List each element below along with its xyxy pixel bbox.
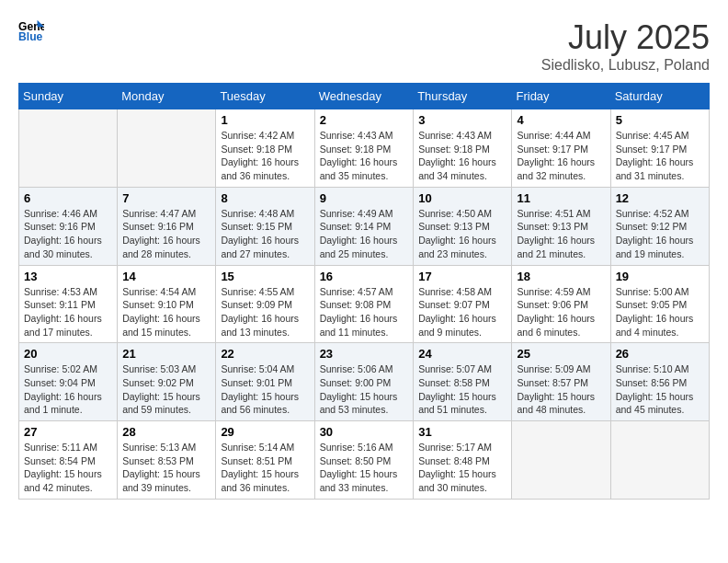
calendar-cell: 13Sunrise: 4:53 AM Sunset: 9:11 PM Dayli… <box>19 265 118 343</box>
calendar-cell: 31Sunrise: 5:17 AM Sunset: 8:48 PM Dayli… <box>414 421 512 500</box>
day-number: 12 <box>616 191 704 205</box>
calendar-cell: 7Sunrise: 4:47 AM Sunset: 9:16 PM Daylig… <box>118 187 216 265</box>
day-info: Sunrise: 5:07 AM Sunset: 8:58 PM Dayligh… <box>418 362 506 417</box>
day-info: Sunrise: 5:11 AM Sunset: 8:54 PM Dayligh… <box>24 441 112 495</box>
calendar-cell: 2Sunrise: 4:43 AM Sunset: 9:18 PM Daylig… <box>314 109 414 188</box>
day-number: 8 <box>221 191 309 205</box>
calendar-cell: 29Sunrise: 5:14 AM Sunset: 8:51 PM Dayli… <box>216 421 314 500</box>
day-number: 19 <box>616 270 704 283</box>
day-info: Sunrise: 4:47 AM Sunset: 9:16 PM Dayligh… <box>122 207 210 261</box>
day-info: Sunrise: 4:43 AM Sunset: 9:18 PM Dayligh… <box>418 129 506 183</box>
day-info: Sunrise: 4:52 AM Sunset: 9:12 PM Dayligh… <box>616 207 704 261</box>
calendar-cell: 19Sunrise: 5:00 AM Sunset: 9:05 PM Dayli… <box>610 265 709 343</box>
logo: General Blue <box>18 18 44 44</box>
day-info: Sunrise: 4:46 AM Sunset: 9:16 PM Dayligh… <box>24 207 112 261</box>
day-number: 5 <box>616 113 704 127</box>
logo-icon: General Blue <box>18 18 44 44</box>
calendar-cell: 5Sunrise: 4:45 AM Sunset: 9:17 PM Daylig… <box>610 109 709 188</box>
day-info: Sunrise: 5:16 AM Sunset: 8:50 PM Dayligh… <box>320 441 409 495</box>
day-number: 17 <box>418 270 506 283</box>
day-info: Sunrise: 4:48 AM Sunset: 9:15 PM Dayligh… <box>221 207 309 261</box>
calendar-cell: 30Sunrise: 5:16 AM Sunset: 8:50 PM Dayli… <box>314 421 414 500</box>
location: Siedlisko, Lubusz, Poland <box>541 57 710 74</box>
day-number: 21 <box>122 347 210 361</box>
calendar-cell: 6Sunrise: 4:46 AM Sunset: 9:16 PM Daylig… <box>19 187 118 265</box>
calendar-cell: 1Sunrise: 4:42 AM Sunset: 9:18 PM Daylig… <box>216 109 314 188</box>
day-header-friday: Friday <box>512 84 610 109</box>
day-info: Sunrise: 4:54 AM Sunset: 9:10 PM Dayligh… <box>122 285 210 339</box>
calendar-week-row: 13Sunrise: 4:53 AM Sunset: 9:11 PM Dayli… <box>19 265 710 343</box>
day-header-thursday: Thursday <box>414 84 512 109</box>
day-number: 7 <box>122 191 210 205</box>
calendar-cell: 8Sunrise: 4:48 AM Sunset: 9:15 PM Daylig… <box>216 187 314 265</box>
day-info: Sunrise: 5:04 AM Sunset: 9:01 PM Dayligh… <box>221 362 309 417</box>
day-number: 13 <box>24 270 112 283</box>
calendar-week-row: 20Sunrise: 5:02 AM Sunset: 9:04 PM Dayli… <box>19 343 710 421</box>
calendar-cell <box>610 421 709 500</box>
calendar-cell <box>512 421 610 500</box>
calendar-cell: 21Sunrise: 5:03 AM Sunset: 9:02 PM Dayli… <box>118 343 216 421</box>
month-year: July 2025 <box>541 18 710 57</box>
calendar-cell: 16Sunrise: 4:57 AM Sunset: 9:08 PM Dayli… <box>314 265 414 343</box>
day-header-monday: Monday <box>118 84 216 109</box>
day-info: Sunrise: 4:49 AM Sunset: 9:14 PM Dayligh… <box>320 207 409 261</box>
day-info: Sunrise: 5:00 AM Sunset: 9:05 PM Dayligh… <box>616 285 704 339</box>
calendar-cell: 3Sunrise: 4:43 AM Sunset: 9:18 PM Daylig… <box>414 109 512 188</box>
day-info: Sunrise: 5:14 AM Sunset: 8:51 PM Dayligh… <box>221 441 309 495</box>
day-number: 2 <box>320 113 409 127</box>
day-info: Sunrise: 4:55 AM Sunset: 9:09 PM Dayligh… <box>221 285 309 339</box>
day-number: 28 <box>122 425 210 439</box>
page-header: General Blue July 2025 Siedlisko, Lubusz… <box>18 18 710 74</box>
day-header-sunday: Sunday <box>19 84 118 109</box>
day-number: 27 <box>24 425 112 439</box>
day-number: 23 <box>320 347 409 361</box>
calendar-cell: 11Sunrise: 4:51 AM Sunset: 9:13 PM Dayli… <box>512 187 610 265</box>
day-info: Sunrise: 5:17 AM Sunset: 8:48 PM Dayligh… <box>418 441 506 495</box>
day-number: 22 <box>221 347 309 361</box>
day-info: Sunrise: 5:06 AM Sunset: 9:00 PM Dayligh… <box>320 362 409 417</box>
calendar-cell: 27Sunrise: 5:11 AM Sunset: 8:54 PM Dayli… <box>19 421 118 500</box>
day-number: 29 <box>221 425 309 439</box>
day-number: 16 <box>320 270 409 283</box>
day-number: 11 <box>517 191 605 205</box>
day-info: Sunrise: 4:59 AM Sunset: 9:06 PM Dayligh… <box>517 285 605 339</box>
day-header-tuesday: Tuesday <box>216 84 314 109</box>
day-info: Sunrise: 4:51 AM Sunset: 9:13 PM Dayligh… <box>517 207 605 261</box>
calendar-table: SundayMondayTuesdayWednesdayThursdayFrid… <box>18 83 710 500</box>
day-info: Sunrise: 5:13 AM Sunset: 8:53 PM Dayligh… <box>122 441 210 495</box>
day-number: 14 <box>122 270 210 283</box>
day-info: Sunrise: 5:10 AM Sunset: 8:56 PM Dayligh… <box>616 362 704 417</box>
day-number: 9 <box>320 191 409 205</box>
calendar-cell: 22Sunrise: 5:04 AM Sunset: 9:01 PM Dayli… <box>216 343 314 421</box>
calendar-cell: 9Sunrise: 4:49 AM Sunset: 9:14 PM Daylig… <box>314 187 414 265</box>
calendar-week-row: 6Sunrise: 4:46 AM Sunset: 9:16 PM Daylig… <box>19 187 710 265</box>
day-number: 10 <box>418 191 506 205</box>
calendar-header-row: SundayMondayTuesdayWednesdayThursdayFrid… <box>19 84 710 109</box>
calendar-cell: 18Sunrise: 4:59 AM Sunset: 9:06 PM Dayli… <box>512 265 610 343</box>
calendar-cell: 15Sunrise: 4:55 AM Sunset: 9:09 PM Dayli… <box>216 265 314 343</box>
day-number: 4 <box>517 113 605 127</box>
calendar-cell: 12Sunrise: 4:52 AM Sunset: 9:12 PM Dayli… <box>610 187 709 265</box>
day-info: Sunrise: 4:44 AM Sunset: 9:17 PM Dayligh… <box>517 129 605 183</box>
day-header-saturday: Saturday <box>610 84 709 109</box>
day-number: 24 <box>418 347 506 361</box>
day-number: 15 <box>221 270 309 283</box>
calendar-cell: 17Sunrise: 4:58 AM Sunset: 9:07 PM Dayli… <box>414 265 512 343</box>
day-number: 3 <box>418 113 506 127</box>
day-info: Sunrise: 4:43 AM Sunset: 9:18 PM Dayligh… <box>320 129 409 183</box>
calendar-cell <box>19 109 118 188</box>
day-info: Sunrise: 4:42 AM Sunset: 9:18 PM Dayligh… <box>221 129 309 183</box>
day-number: 6 <box>24 191 112 205</box>
day-header-wednesday: Wednesday <box>314 84 414 109</box>
calendar-cell: 24Sunrise: 5:07 AM Sunset: 8:58 PM Dayli… <box>414 343 512 421</box>
day-info: Sunrise: 4:50 AM Sunset: 9:13 PM Dayligh… <box>418 207 506 261</box>
day-number: 1 <box>221 113 309 127</box>
calendar-week-row: 27Sunrise: 5:11 AM Sunset: 8:54 PM Dayli… <box>19 421 710 500</box>
day-info: Sunrise: 4:45 AM Sunset: 9:17 PM Dayligh… <box>616 129 704 183</box>
day-number: 20 <box>24 347 112 361</box>
svg-text:Blue: Blue <box>18 30 43 43</box>
calendar-cell: 26Sunrise: 5:10 AM Sunset: 8:56 PM Dayli… <box>610 343 709 421</box>
day-info: Sunrise: 5:03 AM Sunset: 9:02 PM Dayligh… <box>122 362 210 417</box>
calendar-cell: 25Sunrise: 5:09 AM Sunset: 8:57 PM Dayli… <box>512 343 610 421</box>
calendar-cell: 23Sunrise: 5:06 AM Sunset: 9:00 PM Dayli… <box>314 343 414 421</box>
